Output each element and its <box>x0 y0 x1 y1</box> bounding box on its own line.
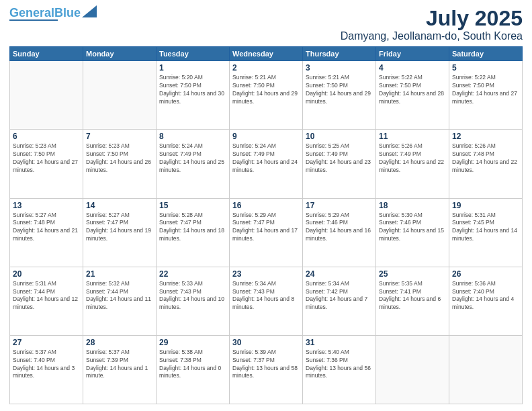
calendar-cell: 19Sunrise: 5:31 AMSunset: 7:45 PMDayligh… <box>449 198 523 267</box>
cell-info: Daylight: 14 hours and 12 minutes. <box>13 295 80 312</box>
cell-info: Sunset: 7:44 PM <box>86 288 153 296</box>
calendar-cell: 10Sunrise: 5:25 AMSunset: 7:49 PMDayligh… <box>303 130 376 198</box>
month-year: July 2025 <box>341 7 523 30</box>
calendar-cell: 7Sunrise: 5:23 AMSunset: 7:50 PMDaylight… <box>83 130 157 198</box>
logo-blue: Blue <box>54 6 81 19</box>
cell-info: Sunrise: 5:39 AM <box>232 349 300 357</box>
cell-info: Sunrise: 5:35 AM <box>379 280 446 288</box>
cell-info: Sunrise: 5:23 AM <box>13 142 80 150</box>
cell-info: Sunset: 7:45 PM <box>452 219 519 227</box>
cell-info: Sunset: 7:38 PM <box>159 357 226 365</box>
cell-info: Daylight: 14 hours and 23 minutes. <box>306 158 373 175</box>
day-number: 13 <box>13 201 80 210</box>
cell-info: Sunset: 7:50 PM <box>159 82 226 90</box>
cell-info: Daylight: 14 hours and 22 minutes. <box>452 158 519 175</box>
cell-info: Sunset: 7:49 PM <box>306 150 373 158</box>
calendar-cell: 27Sunrise: 5:37 AMSunset: 7:40 PMDayligh… <box>10 335 83 404</box>
cell-info: Sunrise: 5:29 AM <box>306 212 373 220</box>
cell-info: Sunset: 7:49 PM <box>159 150 226 158</box>
calendar-cell <box>10 61 83 130</box>
cell-info: Sunset: 7:50 PM <box>306 82 373 90</box>
week-row-1: 1Sunrise: 5:20 AMSunset: 7:50 PMDaylight… <box>10 61 523 130</box>
calendar-cell: 5Sunrise: 5:22 AMSunset: 7:50 PMDaylight… <box>449 61 523 130</box>
cell-info: Daylight: 14 hours and 16 minutes. <box>306 227 373 243</box>
cell-info: Daylight: 14 hours and 17 minutes. <box>232 227 300 243</box>
logo-triangle-icon <box>82 5 97 17</box>
calendar-cell: 23Sunrise: 5:34 AMSunset: 7:43 PMDayligh… <box>230 267 303 335</box>
cell-info: Daylight: 13 hours and 56 minutes. <box>306 365 373 381</box>
calendar-cell: 20Sunrise: 5:31 AMSunset: 7:44 PMDayligh… <box>10 267 83 335</box>
cell-info: Sunset: 7:47 PM <box>159 219 226 227</box>
cell-info: Daylight: 14 hours and 15 minutes. <box>379 227 446 243</box>
cell-info: Sunrise: 5:27 AM <box>13 212 80 220</box>
day-number: 16 <box>232 201 300 210</box>
calendar-cell: 12Sunrise: 5:26 AMSunset: 7:48 PMDayligh… <box>449 130 523 198</box>
day-number: 9 <box>232 132 300 141</box>
cell-info: Sunset: 7:36 PM <box>306 357 373 365</box>
calendar-cell: 13Sunrise: 5:27 AMSunset: 7:48 PMDayligh… <box>10 198 83 267</box>
calendar-cell: 24Sunrise: 5:34 AMSunset: 7:42 PMDayligh… <box>303 267 376 335</box>
cell-info: Daylight: 14 hours and 29 minutes. <box>306 90 373 106</box>
day-number: 10 <box>306 132 373 141</box>
day-number: 20 <box>13 269 80 279</box>
calendar-cell <box>449 335 523 404</box>
cell-info: Daylight: 14 hours and 18 minutes. <box>159 227 226 243</box>
col-wednesday: Wednesday <box>230 47 303 61</box>
logo: GeneralBlue <box>9 7 97 21</box>
day-number: 12 <box>452 132 519 141</box>
day-number: 4 <box>379 63 446 73</box>
cell-info: Sunrise: 5:30 AM <box>379 212 446 220</box>
cell-info: Sunrise: 5:37 AM <box>86 349 153 357</box>
cell-info: Daylight: 14 hours and 3 minutes. <box>13 365 80 381</box>
logo-general: General <box>9 6 54 19</box>
cell-info: Sunrise: 5:37 AM <box>13 349 80 357</box>
col-sunday: Sunday <box>10 47 83 61</box>
day-number: 21 <box>86 269 153 279</box>
col-friday: Friday <box>376 47 449 61</box>
cell-info: Daylight: 14 hours and 27 minutes. <box>13 158 80 175</box>
cell-info: Sunset: 7:37 PM <box>232 357 300 365</box>
cell-info: Sunrise: 5:21 AM <box>232 74 300 82</box>
cell-info: Sunrise: 5:24 AM <box>232 142 300 150</box>
calendar-cell: 14Sunrise: 5:27 AMSunset: 7:47 PMDayligh… <box>83 198 157 267</box>
cell-info: Sunrise: 5:29 AM <box>232 212 300 220</box>
cell-info: Sunrise: 5:21 AM <box>306 74 373 82</box>
calendar-cell: 22Sunrise: 5:33 AMSunset: 7:43 PMDayligh… <box>157 267 230 335</box>
col-thursday: Thursday <box>303 47 376 61</box>
cell-info: Daylight: 14 hours and 11 minutes. <box>86 295 153 312</box>
week-row-5: 27Sunrise: 5:37 AMSunset: 7:40 PMDayligh… <box>10 335 523 404</box>
calendar-cell: 6Sunrise: 5:23 AMSunset: 7:50 PMDaylight… <box>10 130 83 198</box>
cell-info: Sunset: 7:47 PM <box>86 219 153 227</box>
cell-info: Daylight: 14 hours and 28 minutes. <box>379 90 446 106</box>
cell-info: Sunset: 7:50 PM <box>232 82 300 90</box>
cell-info: Daylight: 14 hours and 8 minutes. <box>232 295 300 312</box>
col-saturday: Saturday <box>449 47 523 61</box>
calendar-cell: 31Sunrise: 5:40 AMSunset: 7:36 PMDayligh… <box>303 335 376 404</box>
col-tuesday: Tuesday <box>157 47 230 61</box>
cell-info: Sunset: 7:42 PM <box>306 288 373 296</box>
cell-info: Sunset: 7:49 PM <box>379 150 446 158</box>
calendar-cell: 21Sunrise: 5:32 AMSunset: 7:44 PMDayligh… <box>83 267 157 335</box>
cell-info: Daylight: 14 hours and 29 minutes. <box>232 90 300 106</box>
calendar-cell: 18Sunrise: 5:30 AMSunset: 7:46 PMDayligh… <box>376 198 449 267</box>
cell-info: Daylight: 14 hours and 30 minutes. <box>159 90 226 106</box>
cell-info: Daylight: 14 hours and 26 minutes. <box>86 158 153 175</box>
calendar-cell: 17Sunrise: 5:29 AMSunset: 7:46 PMDayligh… <box>303 198 376 267</box>
calendar-cell <box>376 335 449 404</box>
calendar-cell: 28Sunrise: 5:37 AMSunset: 7:39 PMDayligh… <box>83 335 157 404</box>
cell-info: Sunrise: 5:31 AM <box>452 212 519 220</box>
cell-info: Sunrise: 5:26 AM <box>379 142 446 150</box>
day-number: 8 <box>159 132 226 141</box>
cell-info: Sunrise: 5:25 AM <box>306 142 373 150</box>
col-monday: Monday <box>83 47 157 61</box>
calendar-cell: 4Sunrise: 5:22 AMSunset: 7:50 PMDaylight… <box>376 61 449 130</box>
cell-info: Daylight: 14 hours and 0 minutes. <box>159 365 226 381</box>
day-number: 5 <box>452 63 519 73</box>
cell-info: Sunrise: 5:32 AM <box>86 280 153 288</box>
cell-info: Sunrise: 5:27 AM <box>86 212 153 220</box>
cell-info: Daylight: 14 hours and 19 minutes. <box>86 227 153 243</box>
cell-info: Sunrise: 5:40 AM <box>306 349 373 357</box>
page: GeneralBlue July 2025 Damyang, Jeollanam… <box>0 0 532 411</box>
cell-info: Sunrise: 5:22 AM <box>452 74 519 82</box>
cell-info: Daylight: 14 hours and 27 minutes. <box>452 90 519 106</box>
